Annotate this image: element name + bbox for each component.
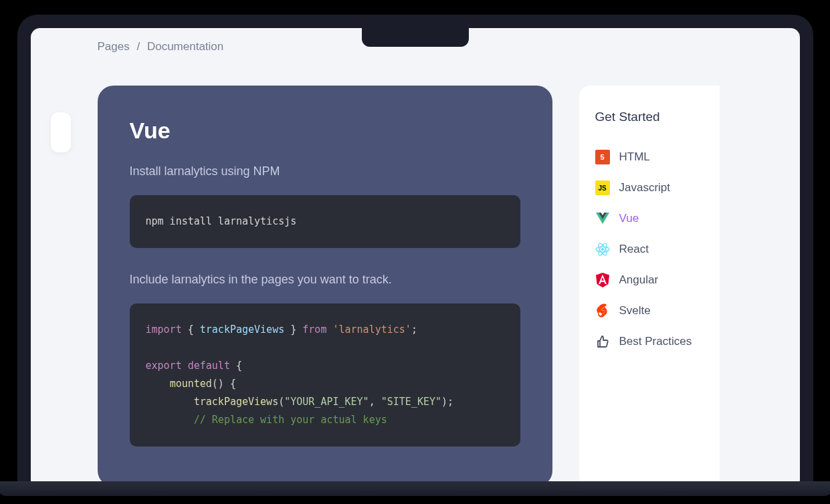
sidebar-item-label: Svelte: [619, 304, 651, 318]
tk: ;: [411, 324, 417, 336]
notch: [362, 28, 469, 47]
tk: ,: [369, 396, 381, 408]
thumbs-up-icon: [595, 334, 610, 349]
tk-string: "YOUR_API_KEY": [284, 396, 369, 408]
tk: (: [278, 396, 284, 408]
tk: [146, 378, 170, 390]
html-icon: 5: [595, 150, 610, 164]
tk: [146, 414, 194, 426]
tk-export: export default: [146, 360, 230, 372]
sidebar-item-vue[interactable]: Vue: [595, 203, 720, 234]
vue-icon: [595, 211, 610, 226]
code-block-install[interactable]: npm install larnalyticsjs: [130, 195, 520, 248]
tk: () {: [212, 378, 236, 390]
sidebar-item-label: Javascript: [619, 181, 671, 195]
tk-method: mounted: [170, 378, 212, 390]
svg-point-0: [601, 248, 604, 251]
javascript-icon: JS: [595, 180, 610, 195]
sidebar-item-svelte[interactable]: Svelte: [595, 295, 720, 326]
tk: {: [230, 360, 242, 372]
sidebar-title: Get Started: [595, 110, 720, 124]
tk-string: 'larnalytics': [332, 324, 411, 336]
left-nav-peek[interactable]: [51, 112, 71, 152]
step2-text: Include larnalytics in the pages you wan…: [130, 271, 520, 289]
tk-import: import: [146, 324, 182, 336]
laptop-base: [0, 481, 830, 496]
tk-ident: trackPageViews: [200, 324, 284, 336]
sidebar-item-label: Vue: [619, 212, 639, 225]
svelte-icon: [595, 303, 610, 318]
sidebar-item-label: React: [619, 243, 649, 256]
laptop-frame: Pages / Documentation Vue Install larnal…: [17, 15, 813, 489]
doc-card: Vue Install larnalytics using NPM npm in…: [98, 86, 552, 487]
sidebar-item-best-practices[interactable]: Best Practices: [595, 326, 720, 357]
sidebar-item-angular[interactable]: Angular: [595, 265, 720, 295]
code-text: npm install larnalyticsjs: [146, 215, 297, 227]
step1-text: Install larnalytics using NPM: [130, 162, 520, 180]
page-title: Vue: [130, 118, 520, 144]
sidebar-item-label: HTML: [619, 150, 650, 164]
tk-call: trackPageViews: [194, 396, 278, 408]
sidebar-item-javascript[interactable]: JS Javascript: [595, 172, 720, 203]
tk: );: [441, 396, 453, 408]
react-icon: [595, 242, 610, 257]
tk-string: "SITE_KEY": [381, 396, 441, 408]
sidebar-item-html[interactable]: 5 HTML: [595, 142, 720, 172]
sidebar: Get Started 5 HTML JS Javascript Vue: [579, 86, 720, 487]
angular-icon: [595, 273, 610, 287]
tk: }: [284, 324, 302, 336]
tk-comment: // Replace with your actual keys: [194, 414, 387, 426]
code-block-usage[interactable]: import { trackPageViews } from 'larnalyt…: [130, 303, 520, 447]
sidebar-item-react[interactable]: React: [595, 234, 720, 265]
sidebar-item-label: Best Practices: [619, 335, 692, 348]
sidebar-item-label: Angular: [619, 273, 659, 287]
content-wrap: Vue Install larnalytics using NPM npm in…: [31, 66, 800, 487]
breadcrumb-root[interactable]: Pages: [98, 40, 130, 53]
tk: {: [182, 324, 200, 336]
breadcrumb-separator: /: [136, 40, 140, 53]
tk: [146, 396, 194, 408]
tk-from: from: [302, 324, 326, 336]
screen: Pages / Documentation Vue Install larnal…: [31, 28, 800, 489]
breadcrumb-current: Documentation: [147, 40, 223, 53]
